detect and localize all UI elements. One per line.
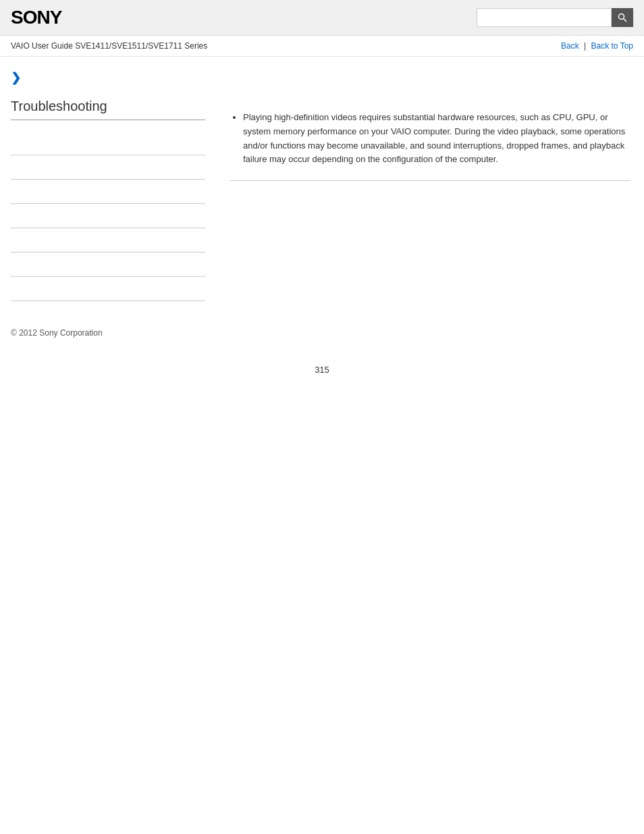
copyright-text: © 2012 Sony Corporation bbox=[11, 328, 103, 338]
list-item bbox=[11, 277, 205, 301]
nav-links: Back | Back to Top bbox=[561, 41, 633, 51]
sony-logo: SONY bbox=[11, 7, 61, 28]
content-bullet-list: Playing high-definition videos requires … bbox=[230, 111, 630, 167]
list-item bbox=[11, 155, 205, 180]
search-icon bbox=[618, 13, 627, 22]
list-item bbox=[11, 180, 205, 204]
sidebar: ❯ Troubleshooting bbox=[0, 57, 216, 315]
guide-title: VAIO User Guide SVE1411/SVE1511/SVE1711 … bbox=[11, 41, 207, 51]
sidebar-links bbox=[11, 131, 205, 301]
sidebar-link-3[interactable] bbox=[11, 187, 13, 197]
search-button[interactable] bbox=[612, 8, 633, 27]
list-item bbox=[11, 204, 205, 228]
list-item bbox=[11, 131, 205, 155]
sidebar-link-4[interactable] bbox=[11, 211, 13, 221]
sidebar-link-6[interactable] bbox=[11, 260, 13, 269]
nav-bar: VAIO User Guide SVE1411/SVE1511/SVE1711 … bbox=[0, 36, 644, 57]
list-item bbox=[11, 253, 205, 277]
main-content: ❯ Troubleshooting bbox=[0, 57, 644, 315]
sidebar-link-7[interactable] bbox=[11, 284, 13, 294]
list-item bbox=[11, 228, 205, 253]
search-input[interactable] bbox=[477, 8, 612, 27]
svg-line-1 bbox=[624, 19, 627, 22]
page-number: 315 bbox=[0, 351, 644, 388]
svg-point-0 bbox=[619, 14, 624, 20]
sidebar-link-2[interactable] bbox=[11, 163, 13, 172]
section-title: Troubleshooting bbox=[11, 99, 205, 120]
header: SONY bbox=[0, 0, 644, 36]
sidebar-link-1[interactable] bbox=[11, 138, 13, 148]
content-bullet-item: Playing high-definition videos requires … bbox=[243, 111, 630, 167]
separator: | bbox=[584, 41, 586, 51]
footer-copyright: © 2012 Sony Corporation bbox=[0, 315, 644, 351]
content-area: Playing high-definition videos requires … bbox=[216, 57, 644, 315]
sidebar-link-5[interactable] bbox=[11, 236, 13, 245]
search-area bbox=[477, 8, 633, 27]
back-to-top-link[interactable]: Back to Top bbox=[591, 41, 633, 51]
breadcrumb-arrow: ❯ bbox=[11, 70, 205, 85]
back-link[interactable]: Back bbox=[561, 41, 579, 51]
content-divider bbox=[230, 180, 630, 181]
